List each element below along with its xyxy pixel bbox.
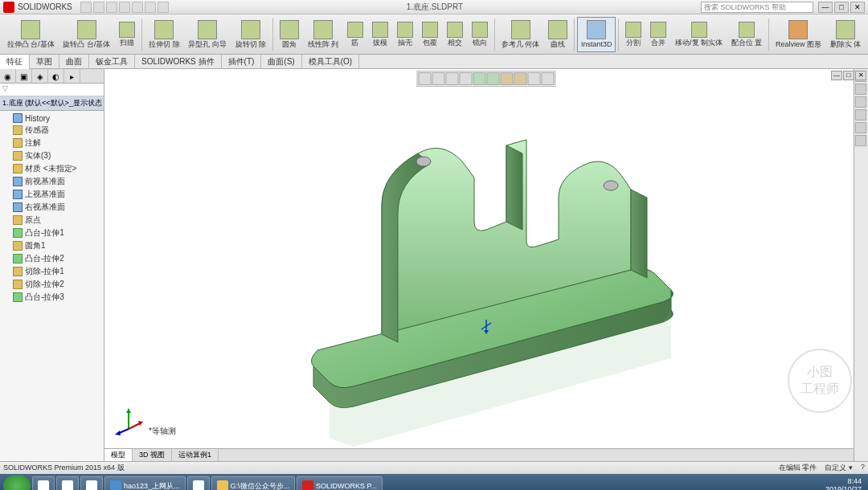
mdi-min-button[interactable]: —: [831, 71, 842, 80]
qat-print-icon[interactable]: [119, 2, 130, 13]
taskbar-pinned-1[interactable]: [32, 476, 55, 490]
minimize-button[interactable]: —: [818, 2, 833, 13]
status-help-icon[interactable]: ?: [861, 463, 865, 473]
tab-model[interactable]: 模型: [104, 449, 133, 461]
tab-features[interactable]: 特征: [0, 55, 30, 69]
move-copy-button[interactable]: 移动/复 制实体: [671, 17, 727, 52]
taskbar-solidworks[interactable]: SOLIDWORKS P...: [297, 476, 383, 490]
tab-3dview[interactable]: 3D 视图: [133, 449, 172, 461]
maximize-button[interactable]: □: [834, 2, 849, 13]
shell-button[interactable]: 抽壳: [393, 17, 417, 52]
tree-node-fillet1[interactable]: 圆角1: [2, 239, 102, 252]
taskbar-pinned-2[interactable]: [56, 476, 79, 490]
taskpane-file-explorer-icon[interactable]: [855, 96, 866, 108]
view-triad[interactable]: [113, 405, 145, 437]
mdi-close-button[interactable]: ✕: [855, 71, 866, 80]
extrude-boss-button[interactable]: 拉伸凸 台/基体: [3, 17, 59, 52]
taskpane-custom-props-icon[interactable]: [855, 135, 866, 146]
tree-tab-config-icon[interactable]: ◈: [32, 69, 48, 84]
fillet-icon: [13, 241, 23, 251]
tree-root-node[interactable]: 1.底座 (默认<<默认>_显示状态: [0, 96, 104, 111]
apply-scene-icon[interactable]: [528, 72, 541, 85]
prev-view-icon[interactable]: [446, 72, 459, 85]
tab-surface[interactable]: 曲面: [59, 55, 89, 69]
section-view-icon[interactable]: [460, 72, 473, 85]
view-orientation-icon[interactable]: [473, 72, 486, 85]
qat-save-icon[interactable]: [106, 2, 117, 13]
tree-node-cut2[interactable]: 切除-拉伸2: [2, 278, 102, 291]
taskbar-pinned-3[interactable]: [80, 476, 103, 490]
linear-pattern-button[interactable]: 线性阵 列: [304, 17, 342, 52]
edit-appearance-icon[interactable]: [514, 72, 527, 85]
taskbar-pinned-5[interactable]: [187, 476, 210, 490]
hide-show-icon[interactable]: [501, 72, 514, 85]
sweep-button[interactable]: 扫描: [115, 17, 139, 52]
wrap-button[interactable]: 包覆: [418, 17, 442, 52]
qat-undo-icon[interactable]: [132, 2, 143, 13]
tab-addins[interactable]: SOLIDWORKS 插件: [135, 55, 222, 69]
tree-node-material[interactable]: 材质 <未指定>: [2, 162, 102, 175]
tab-plugins[interactable]: 插件(T): [222, 55, 262, 69]
help-search-input[interactable]: 搜索 SOLIDWORKS 帮助: [701, 2, 813, 13]
extrude-cut-button[interactable]: 拉伸切 除: [145, 17, 183, 52]
tree-node-extrude2[interactable]: 凸台-拉伸2: [2, 252, 102, 265]
mirror-button[interactable]: 镜向: [468, 17, 492, 52]
zoom-fit-icon[interactable]: [419, 72, 432, 85]
taskbar-hao123[interactable]: hao123_上网从...: [104, 476, 186, 490]
tab-sketch[interactable]: 草图: [30, 55, 59, 69]
ref-geometry-button[interactable]: 参考几 何体: [497, 17, 543, 52]
tree-node-sensors[interactable]: 传感器: [2, 124, 102, 137]
realview-button[interactable]: Realview 图形: [772, 17, 825, 52]
start-button[interactable]: [3, 476, 31, 490]
tree-node-bodies[interactable]: 实体(3): [2, 149, 102, 162]
tree-node-extrude1[interactable]: 凸台-拉伸1: [2, 227, 102, 239]
zoom-area-icon[interactable]: [432, 72, 445, 85]
mdi-max-button[interactable]: □: [843, 71, 854, 80]
rib-button[interactable]: 筋: [343, 17, 367, 52]
tree-node-cut1[interactable]: 切除-拉伸1: [2, 265, 102, 278]
draft-button[interactable]: 拔模: [368, 17, 392, 52]
tree-tab-display-icon[interactable]: ▸: [64, 69, 80, 84]
hole-wizard-button[interactable]: 异型孔 向导: [184, 17, 230, 52]
qat-new-icon[interactable]: [80, 2, 92, 13]
tree-tab-property-icon[interactable]: ▣: [16, 69, 32, 84]
tree-node-front-plane[interactable]: 前视基准面: [2, 175, 102, 188]
tree-node-history[interactable]: History: [2, 112, 102, 124]
display-style-icon[interactable]: [487, 72, 500, 85]
graphics-viewport[interactable]: — □ ✕: [104, 69, 868, 461]
taskbar-explorer[interactable]: G:\微信公众号步...: [211, 476, 296, 490]
taskpane-view-palette-icon[interactable]: [855, 109, 866, 120]
curves-button[interactable]: 曲线: [544, 17, 571, 52]
tree-node-origin[interactable]: 原点: [2, 214, 102, 227]
instant3d-button[interactable]: Instant3D: [577, 17, 616, 52]
combine-button[interactable]: 合并: [646, 17, 670, 52]
taskpane-appearances-icon[interactable]: [855, 122, 866, 133]
tab-mold[interactable]: 模具工具(O): [302, 55, 359, 69]
qat-options-icon[interactable]: [158, 2, 169, 13]
system-clock[interactable]: 8:44 2019/10/27: [825, 478, 865, 490]
mate-position-button[interactable]: 配合位 置: [727, 17, 766, 52]
close-button[interactable]: ✕: [850, 2, 865, 13]
tree-node-annotations[interactable]: 注解: [2, 137, 102, 149]
revolve-boss-button[interactable]: 旋转凸 台/基体: [59, 17, 115, 52]
split-button[interactable]: 分割: [621, 17, 645, 52]
qat-rebuild-icon[interactable]: [145, 2, 156, 13]
qat-open-icon[interactable]: [93, 2, 104, 13]
view-settings-icon[interactable]: [542, 72, 555, 85]
tab-motion[interactable]: 运动算例1: [172, 449, 219, 461]
tab-surface2[interactable]: 曲面(S): [261, 55, 301, 69]
tree-tab-dimxpert-icon[interactable]: ◐: [48, 69, 64, 84]
document-bottom-tabs: 模型 3D 视图 运动算例1: [104, 448, 868, 461]
revolve-cut-button[interactable]: 旋转切 除: [231, 17, 270, 52]
tab-sheetmetal[interactable]: 钣金工具: [89, 55, 135, 69]
tree-filter-input[interactable]: ▽: [0, 84, 104, 96]
taskpane-design-library-icon[interactable]: [855, 84, 866, 95]
fillet-button[interactable]: 圆角: [276, 17, 303, 52]
tree-node-extrude3[interactable]: 凸台-拉伸3: [2, 291, 102, 304]
tree-tab-feature-icon[interactable]: ◉: [0, 69, 16, 84]
tree-node-right-plane[interactable]: 右视基准面: [2, 201, 102, 214]
status-units-button[interactable]: 自定义 ▾: [825, 463, 853, 473]
intersect-button[interactable]: 相交: [443, 17, 467, 52]
tree-node-top-plane[interactable]: 上视基准面: [2, 188, 102, 201]
delete-body-button[interactable]: 删除实 体: [826, 17, 865, 52]
